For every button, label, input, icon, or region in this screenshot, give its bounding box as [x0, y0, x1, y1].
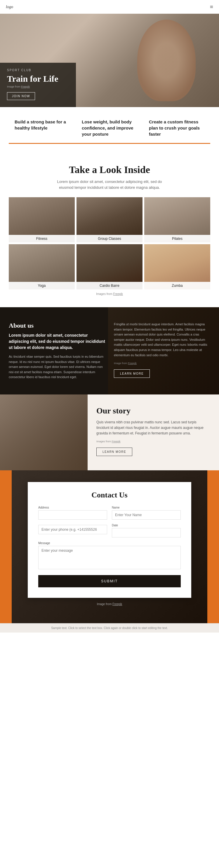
hero-section: SPORT CLUB Train for Life Image from Fre…	[0, 14, 219, 107]
gallery-item-group-classes[interactable]: Group Classes	[77, 197, 142, 243]
gallery-item-yoga[interactable]: Yoga	[9, 244, 75, 289]
feature-item-1: Build a strong base for a healthy lifest…	[9, 119, 76, 144]
gallery-label-fitness: Fitness	[9, 235, 75, 243]
contact-row-2: Date	[38, 524, 181, 537]
gallery-title: Take a Look Inside	[9, 164, 210, 175]
story-content: Our story Quis viverra nibh cras pulvina…	[88, 395, 219, 470]
story-section: Our story Quis viverra nibh cras pulvina…	[0, 395, 219, 470]
message-field: Message	[38, 541, 181, 569]
story-learn-more-button[interactable]: LEARN MORE	[97, 447, 132, 456]
hero-image-credit: Image from Freepik	[7, 85, 69, 88]
sport-club-label: SPORT CLUB	[7, 68, 69, 72]
about-credit-link[interactable]: Freepik	[128, 362, 137, 365]
date-field: Date	[112, 524, 181, 537]
submit-button[interactable]: SUBMIT	[38, 575, 181, 587]
contact-credit-link[interactable]: Freepik	[112, 602, 122, 606]
feature-item-3: Create a custom fitness plan to crush yo…	[143, 119, 210, 144]
story-credit-link[interactable]: Freepik	[112, 440, 120, 443]
about-right-text: Fringilla ut morbi tincidunt augue inter…	[114, 322, 210, 358]
about-right: Fringilla ut morbi tincidunt augue inter…	[114, 322, 210, 380]
address-field: Address	[38, 506, 107, 520]
gallery-item-pilates[interactable]: Pilates	[144, 197, 210, 243]
contact-bg-credit: Image from Freepik	[6, 602, 213, 606]
about-learn-more-button[interactable]: LEARN MORE	[114, 369, 150, 378]
phone-field	[38, 524, 107, 537]
contact-box: Contact Us Address Name Date Message	[28, 482, 191, 598]
gallery-desc: Lorem ipsum dolor sit amet, consectetur …	[51, 179, 168, 190]
feature-text-1: Build a strong base for a healthy lifest…	[15, 119, 70, 131]
gallery-label-cardio-barre: Cardio Barre	[77, 282, 142, 289]
gallery-label-group-classes: Group Classes	[77, 235, 142, 243]
phone-input[interactable]	[38, 525, 107, 534]
message-label: Message	[38, 541, 181, 545]
about-left: About us Lorem ipsum dolor sit amet, con…	[9, 322, 105, 380]
join-now-button[interactable]: JOIN NOW	[7, 92, 35, 100]
gallery-label-yoga: Yoga	[9, 282, 75, 289]
name-label: Name	[112, 506, 181, 509]
footer-note: Sample text. Click to select the text bo…	[0, 623, 219, 632]
about-section: About us Lorem ipsum dolor sit amet, con…	[0, 307, 219, 395]
feature-text-3: Create a custom fitness plan to crush yo…	[149, 119, 204, 137]
name-field: Name	[112, 506, 181, 520]
contact-row-1: Address Name	[38, 506, 181, 520]
address-input[interactable]	[38, 510, 107, 520]
name-input[interactable]	[112, 510, 181, 520]
contact-title: Contact Us	[38, 491, 181, 499]
address-label: Address	[38, 506, 107, 509]
about-img-credit: Image from Freepik	[114, 362, 210, 365]
gallery-item-cardio-barre[interactable]: Cardio Barre	[77, 244, 142, 289]
hero-title: Train for Life	[7, 73, 69, 84]
gallery-grid: Fitness Group Classes Pilates Yoga Cardi…	[9, 197, 210, 289]
gallery-label-pilates: Pilates	[144, 235, 210, 243]
hero-credit-link[interactable]: Freepik	[21, 85, 30, 88]
about-title: About us	[9, 322, 105, 330]
hero-overlay: SPORT CLUB Train for Life Image from Fre…	[0, 63, 76, 107]
feature-item-2: Lose weight, build body confidence, and …	[76, 119, 143, 144]
logo: logo	[6, 5, 13, 9]
about-text: Ac tincidunt vitae semper quis. Sed fauc…	[9, 354, 105, 380]
feature-text-2: Lose weight, build body confidence, and …	[82, 119, 137, 137]
features-section: Build a strong base for a healthy lifest…	[0, 107, 219, 153]
gallery-label-zumba: Zumba	[144, 282, 210, 289]
gallery-section: Take a Look Inside Lorem ipsum dolor sit…	[0, 153, 219, 307]
gallery-item-fitness[interactable]: Fitness	[9, 197, 75, 243]
contact-section: Contact Us Address Name Date Message	[0, 470, 219, 623]
story-title: Our story	[97, 406, 210, 415]
about-subtitle: Lorem ipsum dolor sit amet, consectetur …	[9, 332, 105, 351]
story-image	[0, 395, 88, 470]
gallery-credit: Images from Freepik	[9, 292, 210, 296]
date-label: Date	[112, 524, 181, 527]
message-textarea[interactable]	[38, 546, 181, 569]
navbar: logo ≡	[0, 0, 219, 14]
menu-icon[interactable]: ≡	[210, 3, 213, 10]
story-img-credit: Images from Freepik	[97, 440, 210, 443]
story-text: Quis viverra nibh cras pulvinar mattis n…	[97, 420, 210, 436]
gallery-credit-link[interactable]: Freepik	[113, 292, 123, 296]
gallery-item-zumba[interactable]: Zumba	[144, 244, 210, 289]
date-input[interactable]	[112, 528, 181, 537]
